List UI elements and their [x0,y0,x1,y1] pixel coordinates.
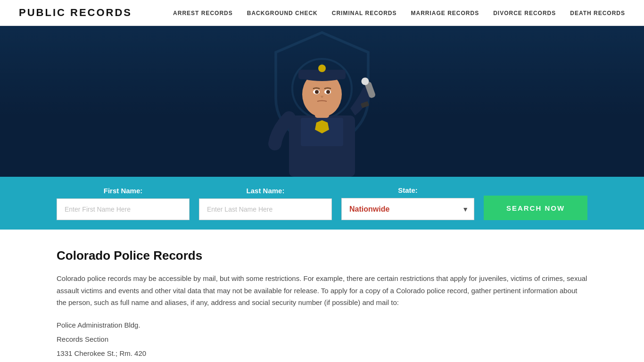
last-name-label: Last Name: [199,187,332,195]
address-line-3: 1331 Cherokee St.; Rm. 420 [57,346,587,361]
nav-list: ARREST RECORDSBACKGROUND CHECKCRIMINAL R… [173,8,625,17]
first-name-input[interactable] [57,198,190,220]
svg-point-11 [318,65,326,72]
svg-point-14 [315,90,319,94]
address-line-4: Denver, CO 80204 [57,361,587,362]
logo[interactable]: PUBLIC RECORDS [19,7,132,19]
intro-paragraph: Colorado police records may be accessibl… [57,272,587,309]
nav-item-marriage-records: MARRIAGE RECORDS [411,8,479,17]
nav-item-arrest-records: ARREST RECORDS [173,8,233,17]
svg-point-15 [326,90,330,94]
last-name-field: Last Name: [199,187,332,220]
officer-image [247,26,397,177]
first-name-label: First Name: [57,187,190,195]
address-line-2: Records Section [57,332,587,346]
state-select-wrapper: NationwideAlabamaAlaskaArizonaArkansasCa… [341,198,474,220]
main-content: Colorado Police Records Colorado police … [0,230,644,362]
nav-link-death-records[interactable]: DEATH RECORDS [570,10,625,16]
nav-link-background-check[interactable]: BACKGROUND CHECK [247,10,318,16]
nav-link-arrest-records[interactable]: ARREST RECORDS [173,10,233,16]
nav-item-background-check: BACKGROUND CHECK [247,8,318,17]
main-nav: ARREST RECORDSBACKGROUND CHECKCRIMINAL R… [173,8,625,17]
nav-item-death-records: DEATH RECORDS [570,8,625,17]
nav-link-divorce-records[interactable]: DIVORCE RECORDS [493,10,556,16]
state-select[interactable]: NationwideAlabamaAlaskaArizonaArkansasCa… [341,198,474,220]
address-block: Police Administration Bldg. Records Sect… [57,318,587,362]
address-line-1: Police Administration Bldg. [57,318,587,332]
hero-section: POLICE DEPT [0,26,644,177]
search-bar: First Name: Last Name: State: Nationwide… [0,177,644,230]
page-title: Colorado Police Records [57,248,587,263]
nav-item-divorce-records: DIVORCE RECORDS [493,8,556,17]
header: PUBLIC RECORDS ARREST RECORDSBACKGROUND … [0,0,644,26]
nav-link-marriage-records[interactable]: MARRIAGE RECORDS [411,10,479,16]
state-field: State: NationwideAlabamaAlaskaArizonaArk… [341,186,474,220]
nav-link-criminal-records[interactable]: CRIMINAL RECORDS [332,10,397,16]
last-name-input[interactable] [199,198,332,220]
first-name-field: First Name: [57,187,190,220]
state-label: State: [341,186,474,194]
nav-item-criminal-records: CRIMINAL RECORDS [332,8,397,17]
search-now-button[interactable]: SEARCH NOW [484,196,587,220]
